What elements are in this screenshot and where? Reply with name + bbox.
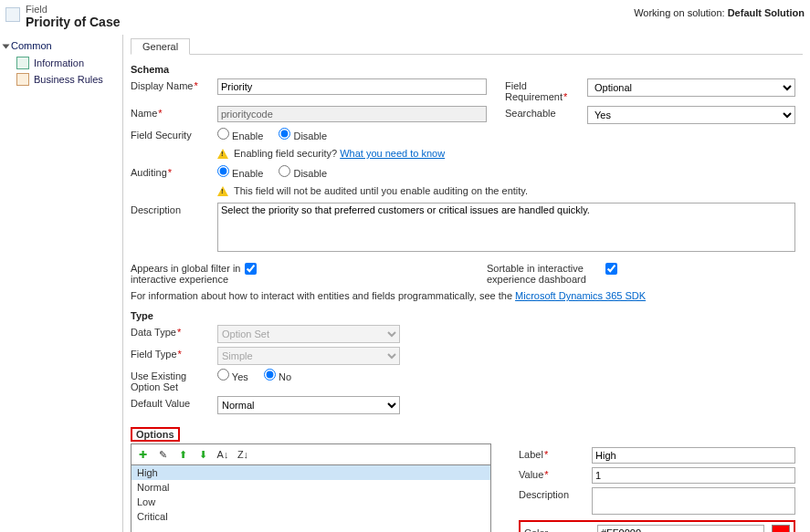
- sort-desc-button[interactable]: Z↓: [236, 447, 250, 462]
- warning-icon: [217, 186, 228, 196]
- add-option-button[interactable]: ✚: [135, 447, 150, 462]
- required-star: *: [158, 108, 162, 119]
- field-security-enable-radio[interactable]: Enable: [217, 130, 263, 141]
- option-label-input[interactable]: [592, 447, 795, 464]
- tab-bar: General: [131, 35, 803, 55]
- sidebar-group-common[interactable]: Common: [4, 40, 119, 51]
- label-use-existing-option-set: Use Existing Option Set: [131, 370, 186, 392]
- option-item[interactable]: High: [131, 465, 490, 480]
- solution-indicator: Working on solution: Default Solution: [634, 4, 805, 29]
- label-name: Name: [131, 108, 157, 119]
- label-option-label: Label: [519, 449, 543, 460]
- options-list[interactable]: High Normal Low Critical: [131, 464, 490, 532]
- option-description-input[interactable]: [592, 487, 795, 515]
- field-requirement-select[interactable]: Optional: [587, 78, 795, 97]
- required-star: *: [178, 349, 182, 360]
- edit-option-button[interactable]: ✎: [155, 447, 170, 462]
- label-field-type: Field Type: [131, 349, 177, 360]
- options-toolbar: ✚ ✎ ⬆ ⬇ A↓ Z↓: [131, 444, 490, 464]
- option-color-input[interactable]: [597, 525, 764, 532]
- sortable-dashboard-checkbox[interactable]: [605, 263, 617, 275]
- label-default-value: Default Value: [131, 398, 190, 409]
- sidebar-item-label: Information: [34, 57, 84, 68]
- required-star: *: [194, 80, 197, 91]
- auditing-disable-radio[interactable]: Disable: [279, 168, 327, 179]
- label-field-security: Field Security: [131, 130, 192, 141]
- label-auditing: Auditing: [131, 167, 167, 178]
- chevron-down-icon: [3, 45, 10, 49]
- searchable-select[interactable]: Yes: [587, 106, 795, 124]
- field-type-select: Simple: [217, 347, 400, 365]
- required-star: *: [544, 469, 548, 480]
- tab-general[interactable]: General: [131, 38, 190, 55]
- required-star: *: [168, 167, 172, 178]
- sidebar-item-label: Business Rules: [34, 74, 103, 85]
- option-item[interactable]: Low: [131, 495, 490, 509]
- option-value-input[interactable]: [592, 467, 795, 484]
- global-filter-checkbox[interactable]: [245, 263, 257, 275]
- label-option-value: Value: [519, 469, 543, 480]
- page-title: Priority of Case: [26, 15, 634, 29]
- label-display-name: Display Name: [131, 80, 193, 91]
- options-panel: ✚ ✎ ⬆ ⬇ A↓ Z↓ High Normal Low Critical: [131, 443, 491, 532]
- display-name-input[interactable]: [217, 78, 487, 95]
- section-type: Type: [131, 310, 803, 321]
- sidebar-item-information[interactable]: Information: [4, 55, 119, 71]
- label-option-color: Color: [524, 527, 548, 532]
- label-searchable: Searchable: [505, 108, 556, 119]
- description-textarea[interactable]: [217, 203, 795, 252]
- sdk-link[interactable]: Microsoft Dynamics 365 SDK: [515, 290, 646, 301]
- section-schema: Schema: [131, 64, 803, 75]
- rules-icon: [16, 73, 29, 86]
- default-value-select[interactable]: Normal: [217, 396, 400, 414]
- field-security-warning: Enabling field security? What you need t…: [217, 148, 803, 159]
- use-existing-yes-radio[interactable]: Yes: [217, 371, 248, 382]
- label-option-description: Description: [519, 489, 569, 500]
- use-existing-no-radio[interactable]: No: [264, 371, 291, 382]
- option-item[interactable]: Normal: [131, 480, 490, 495]
- auditing-enable-radio[interactable]: Enable: [217, 168, 263, 179]
- sidebar: Common Information Business Rules: [0, 35, 123, 532]
- label-sortable-dashboard: Sortable in interactive experience dashb…: [487, 263, 586, 285]
- required-star: *: [563, 91, 567, 102]
- field-security-help-link[interactable]: What you need to know: [340, 148, 445, 159]
- field-security-disable-radio[interactable]: Disable: [279, 130, 327, 141]
- sidebar-item-business-rules[interactable]: Business Rules: [4, 71, 119, 88]
- sdk-info: For information about how to interact wi…: [131, 290, 803, 301]
- move-up-button[interactable]: ⬆: [175, 447, 190, 462]
- header-supertitle: Field: [26, 4, 634, 15]
- auditing-warning: This field will not be audited until you…: [217, 185, 803, 196]
- label-description: Description: [131, 204, 181, 215]
- label-field-requirement: Field Requirement: [505, 80, 563, 102]
- label-global-filter: Appears in global filter in interactive …: [131, 263, 240, 285]
- data-type-select: Option Set: [217, 325, 400, 343]
- move-down-button[interactable]: ⬇: [195, 447, 210, 462]
- entity-icon: [5, 7, 20, 22]
- name-input: [217, 106, 487, 122]
- required-star: *: [177, 327, 181, 338]
- option-item[interactable]: Critical: [131, 509, 490, 524]
- required-star: *: [544, 449, 548, 460]
- warning-icon: [217, 149, 228, 159]
- section-options: Options: [131, 427, 180, 442]
- label-data-type: Data Type: [131, 327, 176, 338]
- info-icon: [16, 57, 29, 69]
- color-swatch[interactable]: [772, 525, 790, 532]
- sort-asc-button[interactable]: A↓: [216, 447, 230, 462]
